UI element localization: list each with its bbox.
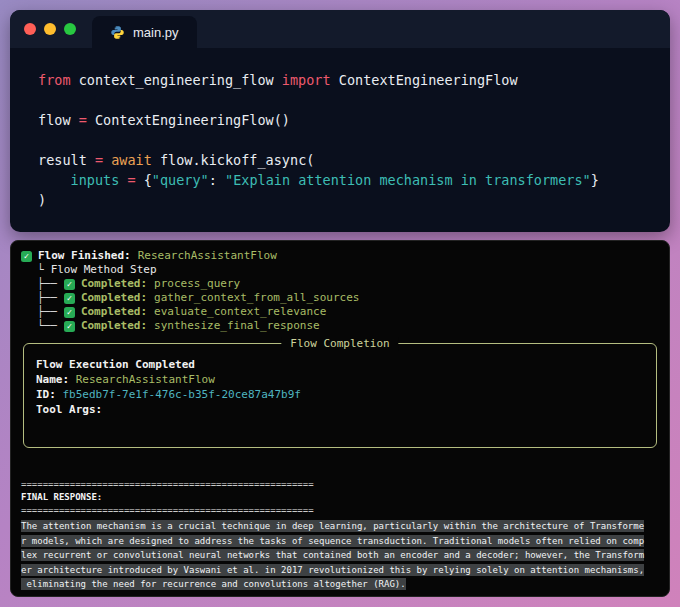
- flow-method-step-row: └ Flow Method Step: [21, 263, 659, 277]
- completion-panel-row: ID: fb5edb7f-7e1f-476c-b35f-20ce87a47b9f: [36, 387, 644, 402]
- step-status-label: Completed:: [81, 291, 147, 305]
- panel-row-label: ID:: [36, 388, 56, 401]
- flow-step-row: ├──✓Completed:evaluate_context_relevance: [21, 305, 659, 319]
- editor-titlebar: main.py: [10, 10, 670, 48]
- panel-row-label: Tool Args:: [36, 403, 102, 416]
- terminal-output-panel: ✓ Flow Finished: ResearchAssistantFlow └…: [10, 240, 670, 597]
- tree-branch-glyph: └──: [37, 319, 57, 333]
- code-editor-window: main.py from context_engineering_flow im…: [10, 10, 670, 232]
- step-status-label: Completed:: [81, 305, 147, 319]
- final-response-line: lex recurrent or convolutional neural ne…: [21, 549, 659, 564]
- code-area[interactable]: from context_engineering_flow import Con…: [10, 48, 670, 210]
- tab-main-py[interactable]: main.py: [92, 16, 197, 48]
- check-icon: ✓: [64, 321, 75, 332]
- wallpaper-gradient: main.py from context_engineering_flow im…: [0, 0, 680, 607]
- completion-panel-row: Name: ResearchAssistantFlow: [36, 372, 644, 387]
- flow-step-row: ├──✓Completed:gather_context_from_all_so…: [21, 291, 659, 305]
- flow-finished-value: ResearchAssistantFlow: [138, 249, 277, 263]
- minimize-button[interactable]: [44, 23, 56, 35]
- close-button[interactable]: [24, 23, 36, 35]
- step-name: process_query: [154, 277, 240, 291]
- final-response-label: FINAL RESPONSE:: [21, 491, 659, 504]
- final-response-line: eliminating the need for recurrence and …: [21, 578, 659, 593]
- tab-label: main.py: [133, 25, 179, 40]
- flow-steps-list: ├──✓Completed:process_query├──✓Completed…: [21, 277, 659, 333]
- step-status-label: Completed:: [81, 277, 147, 291]
- final-response-section: ========================================…: [21, 478, 659, 593]
- zoom-button[interactable]: [64, 23, 76, 35]
- flow-finished-label: Flow Finished:: [38, 249, 131, 263]
- final-response-text: The attention mechanism is a crucial tec…: [21, 520, 659, 593]
- tree-branch-glyph: ├──: [37, 291, 57, 305]
- panel-rows: Flow Execution CompletedName: ResearchAs…: [36, 357, 644, 417]
- check-icon: ✓: [21, 251, 32, 262]
- panel-row-label: Name:: [36, 373, 69, 386]
- step-name: evaluate_context_relevance: [154, 305, 326, 319]
- panel-row-label: Flow Execution Completed: [36, 358, 195, 371]
- panel-row-value: ResearchAssistantFlow: [69, 373, 215, 386]
- panel-row-value: fb5edb7f-7e1f-476c-b35f-20ce87a47b9f: [56, 388, 301, 401]
- code-line: result = await flow.kickoff_async(: [38, 150, 670, 170]
- completion-panel-row: Flow Execution Completed: [36, 357, 644, 372]
- code-line: [38, 130, 670, 150]
- tree-branch-glyph: ├──: [37, 277, 57, 291]
- flow-step-row: ├──✓Completed:process_query: [21, 277, 659, 291]
- flow-step-row: └──✓Completed:synthesize_final_response: [21, 319, 659, 333]
- panel-title: Flow Completion: [281, 337, 398, 351]
- completion-panel-row: Tool Args:: [36, 402, 644, 417]
- final-response-line: er architecture introduced by Vaswani et…: [21, 564, 659, 579]
- flow-method-step-label: Flow Method Step: [51, 263, 157, 277]
- separator-line: ========================================…: [21, 504, 659, 517]
- window-controls: [10, 10, 92, 48]
- step-name: gather_context_from_all_sources: [154, 291, 359, 305]
- final-response-line: r models, which are designed to address …: [21, 535, 659, 550]
- code-line: flow = ContextEngineeringFlow(): [38, 110, 670, 130]
- code-line: inputs = {"query": "Explain attention me…: [38, 170, 670, 190]
- final-response-line: The attention mechanism is a crucial tec…: [21, 520, 659, 535]
- separator-line: ========================================…: [21, 478, 659, 491]
- tree-corner-glyph: └: [37, 263, 44, 277]
- step-name: synthesize_final_response: [154, 319, 320, 333]
- code-line: ): [38, 190, 670, 210]
- flow-finished-row: ✓ Flow Finished: ResearchAssistantFlow: [21, 249, 659, 263]
- check-icon: ✓: [64, 293, 75, 304]
- flow-completion-panel: Flow Completion Flow Execution Completed…: [23, 343, 657, 448]
- code-line: from context_engineering_flow import Con…: [38, 70, 670, 90]
- check-icon: ✓: [64, 279, 75, 290]
- tree-branch-glyph: ├──: [37, 305, 57, 319]
- python-icon: [110, 25, 125, 40]
- code-line: [38, 90, 670, 110]
- check-icon: ✓: [64, 307, 75, 318]
- step-status-label: Completed:: [81, 319, 147, 333]
